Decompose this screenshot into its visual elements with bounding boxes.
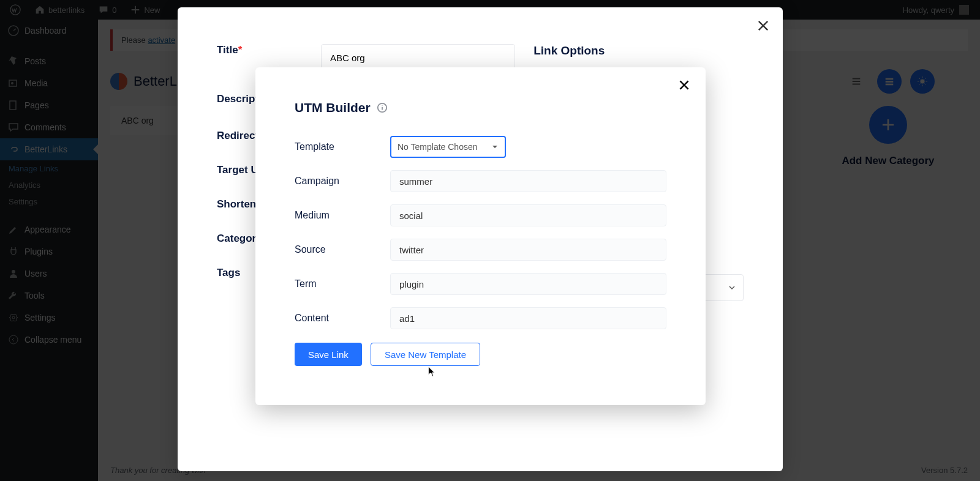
template-select[interactable]: No Template Chosen [390, 136, 506, 158]
content-input[interactable] [390, 307, 666, 329]
chevron-down-icon [491, 143, 499, 151]
close-button[interactable] [756, 18, 771, 35]
save-link-button[interactable]: Save Link [295, 343, 362, 366]
medium-input[interactable] [390, 204, 666, 226]
info-icon [377, 102, 388, 113]
medium-label: Medium [295, 210, 390, 221]
save-template-button[interactable]: Save New Template [371, 343, 480, 366]
utm-builder-modal: UTM Builder Template No Template Chosen … [255, 67, 706, 405]
close-button[interactable] [677, 78, 691, 94]
term-label: Term [295, 278, 390, 289]
content-label: Content [295, 313, 390, 324]
template-selected-text: No Template Chosen [398, 142, 477, 152]
campaign-label: Campaign [295, 176, 390, 187]
campaign-input[interactable] [390, 170, 666, 192]
utm-builder-title: UTM Builder [295, 100, 666, 115]
field-label-title: Title* [217, 44, 321, 56]
close-icon [756, 18, 771, 33]
template-label: Template [295, 141, 390, 152]
chevron-down-icon [728, 284, 736, 291]
source-input[interactable] [390, 239, 666, 261]
source-label: Source [295, 244, 390, 255]
close-icon [677, 78, 691, 92]
term-input[interactable] [390, 273, 666, 295]
link-options-heading: Link Options [533, 44, 744, 58]
